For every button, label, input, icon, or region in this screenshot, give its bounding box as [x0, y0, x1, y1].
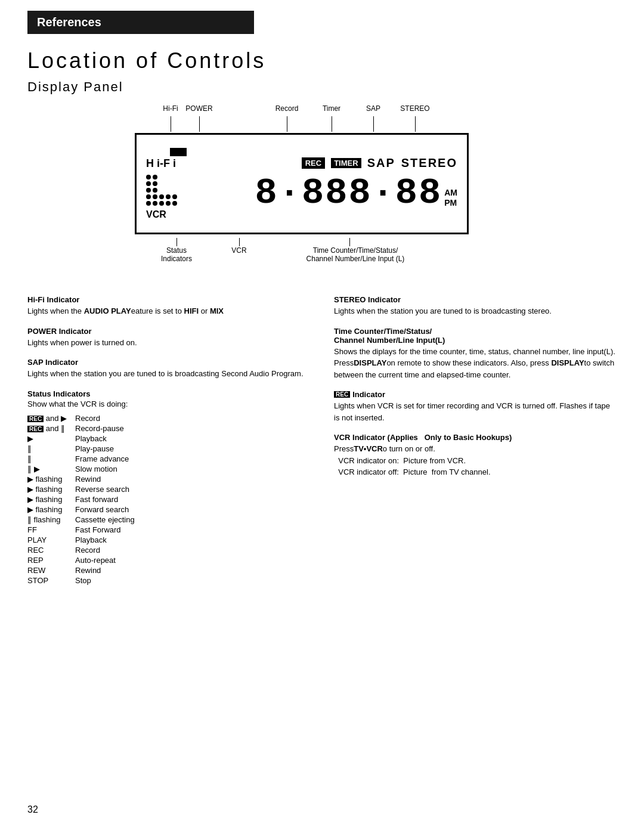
- symbol-pause: ‖: [27, 444, 75, 454]
- vcr-display-box: H i-F i VCR REC TIMER SAP STEREO: [135, 133, 469, 234]
- symbol-rev-search: ▶ flashing: [27, 484, 75, 494]
- table-row: ▶ flashing Fast forward: [27, 494, 310, 504]
- anno-record: Record: [275, 104, 299, 113]
- timer-badge: TIMER: [331, 158, 361, 168]
- symbol-rep: REP: [27, 555, 75, 565]
- stereo-indicator-title: STEREO Indicator: [334, 295, 617, 304]
- time-counter-title: Time Counter/Time/Status/Channel Number/…: [334, 327, 617, 345]
- symbol-cassette: ‖ flashing: [27, 515, 75, 525]
- anno-stereo: STEREO: [400, 104, 429, 113]
- pm-label: PM: [444, 198, 457, 208]
- symbol-fwd-search: ▶ flashing: [27, 504, 75, 515]
- anno-time-counter: Time Counter/Time/Status/Channel Number/…: [296, 246, 415, 263]
- table-row: ▶ Playback: [27, 433, 310, 444]
- desc-stop: Stop: [75, 575, 310, 586]
- power-indicator-title: POWER Indicator: [27, 327, 310, 336]
- time-row: 8·888·88 AM PM: [194, 172, 457, 212]
- desc-right-column: STEREO Indicator Lights when the station…: [334, 295, 617, 586]
- symbol-stop: STOP: [27, 575, 75, 586]
- anno-hifi: Hi-Fi: [163, 104, 178, 113]
- rec-badge: REC: [302, 157, 325, 169]
- table-row: FF Fast Forward: [27, 525, 310, 535]
- vcr-indicator-block: VCR Indicator (Applies Only to Basic Hoo…: [334, 433, 617, 478]
- table-row: ▶ flashing Reverse search: [27, 484, 310, 494]
- indicator-row: REC TIMER SAP STEREO: [302, 156, 457, 170]
- desc-frame-advance: Frame advance: [75, 454, 310, 464]
- stereo-indicator-text: Lights when the station you are tuned to…: [334, 305, 617, 317]
- table-row: ▶ flashing Forward search: [27, 504, 310, 515]
- desc-rew: Rewind: [75, 565, 310, 575]
- display-right-section: REC TIMER SAP STEREO 8·888·88 AM PM: [194, 156, 457, 212]
- status-indicators-block: Status Indicators Show what the VCR is d…: [27, 389, 310, 586]
- table-row: ‖ Frame advance: [27, 454, 310, 464]
- power-indicator-block: POWER Indicator Lights when power is tur…: [27, 327, 310, 349]
- desc-reverse-search: Reverse search: [75, 484, 310, 494]
- table-row: REP Auto-repeat: [27, 555, 310, 565]
- sap-indicator-title: SAP Indicator: [27, 358, 310, 367]
- desc-slow-motion: Slow motion: [75, 464, 310, 474]
- sap-indicator-text: SAP: [367, 156, 395, 170]
- hifi-display-label: H i-F i: [146, 157, 176, 170]
- table-row: ‖ ▶ Slow motion: [27, 464, 310, 474]
- rec-indicator-text: Lights when VCR is set for timer recordi…: [334, 400, 617, 423]
- time-counter-block: Time Counter/Time/Status/Channel Number/…: [334, 327, 617, 381]
- table-row: REC and ▶ Record: [27, 413, 310, 423]
- sap-indicator-text: Lights when the station you are tuned to…: [27, 368, 310, 380]
- symbol-play2: PLAY: [27, 535, 75, 545]
- table-row: PLAY Playback: [27, 535, 310, 545]
- status-table: REC and ▶ Record REC and ‖ Record-pause …: [27, 413, 310, 586]
- table-row: REC Record: [27, 545, 310, 555]
- desc-auto-repeat: Auto-repeat: [75, 555, 310, 565]
- hifi-indicator-block: Hi-Fi Indicator Lights when the AUDIO PL…: [27, 295, 310, 317]
- vcr-indicator-text: PressTV•VCRo turn on or off. VCR indicat…: [334, 443, 617, 478]
- symbol-rew: REW: [27, 565, 75, 575]
- table-row: STOP Stop: [27, 575, 310, 586]
- section-title: Display Panel: [27, 79, 617, 95]
- symbol-rec-pause: REC and ‖: [27, 423, 75, 433]
- display-left-section: H i-F i VCR: [146, 148, 187, 220]
- symbol-frame: ‖: [27, 454, 75, 464]
- description-section: Hi-Fi Indicator Lights when the AUDIO PL…: [27, 295, 617, 586]
- rec-small-badge: REC: [334, 391, 350, 398]
- vcr-display-label: VCR: [146, 209, 166, 220]
- black-indicator: [170, 148, 187, 156]
- hifi-indicator-text: Lights when the AUDIO PLAYeature is set …: [27, 305, 310, 317]
- symbol-rewind: ▶ flashing: [27, 474, 75, 484]
- power-indicator-text: Lights when power is turned on.: [27, 337, 310, 349]
- symbol-fast-fwd: ▶ flashing: [27, 494, 75, 504]
- table-row: ‖ Play-pause: [27, 444, 310, 454]
- desc-playback2: Playback: [75, 535, 310, 545]
- desc-record-pause: Record-pause: [75, 423, 310, 433]
- table-row: REW Rewind: [27, 565, 310, 575]
- stereo-indicator-text: STEREO: [401, 156, 457, 170]
- page-number: 32: [27, 804, 38, 815]
- symbol-rec: REC: [27, 545, 75, 555]
- time-display: 8·888·88: [255, 175, 442, 212]
- page-title: Location of Controls: [27, 48, 617, 73]
- status-indicators-subtitle: Show what the VCR is doing:: [27, 400, 310, 408]
- symbol-play: ▶: [27, 433, 75, 444]
- desc-left-column: Hi-Fi Indicator Lights when the AUDIO PL…: [27, 295, 310, 586]
- symbol-slow: ‖ ▶: [27, 464, 75, 474]
- table-row: ▶ flashing Rewind: [27, 474, 310, 484]
- table-row: REC and ‖ Record-pause: [27, 423, 310, 433]
- header-references: References: [27, 11, 254, 34]
- rec-indicator-title: REC Indicator: [334, 390, 617, 399]
- desc-playback: Playback: [75, 433, 310, 444]
- desc-play-pause: Play-pause: [75, 444, 310, 454]
- hifi-indicator-title: Hi-Fi Indicator: [27, 295, 310, 304]
- symbol-ff: FF: [27, 525, 75, 535]
- anno-power: POWER: [185, 104, 212, 113]
- dot-grid: [146, 175, 177, 206]
- desc-record: Record: [75, 413, 310, 423]
- stereo-indicator-block: STEREO Indicator Lights when the station…: [334, 295, 617, 317]
- sap-indicator-block: SAP Indicator Lights when the station yo…: [27, 358, 310, 380]
- desc-rewind: Rewind: [75, 474, 310, 484]
- status-indicators-title: Status Indicators: [27, 389, 310, 398]
- anno-vcr-bottom: VCR: [221, 246, 257, 255]
- table-row: ‖ flashing Cassette ejecting: [27, 515, 310, 525]
- desc-rec: Record: [75, 545, 310, 555]
- time-counter-text: Shows the diplays for the time counter, …: [334, 346, 617, 381]
- display-panel-diagram: Hi-Fi POWER Record Timer SAP STEREO H i-…: [27, 104, 617, 283]
- desc-forward-search: Forward search: [75, 504, 310, 515]
